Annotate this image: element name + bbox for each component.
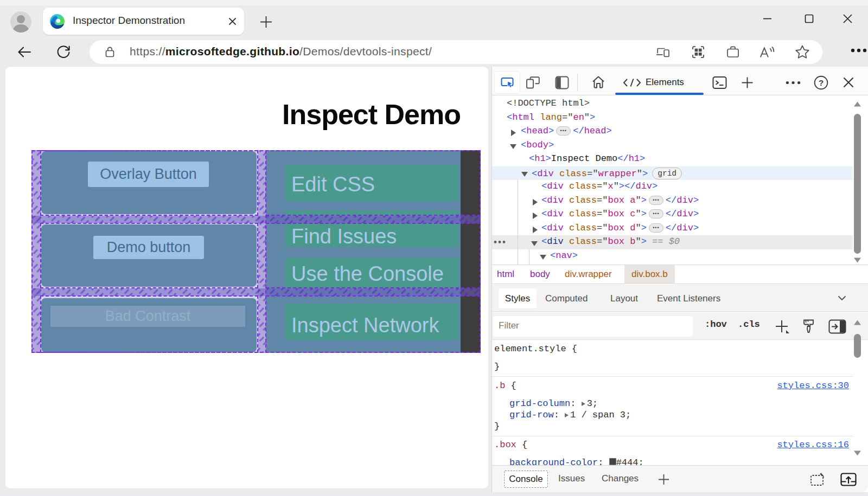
svg-text:?: ? [819, 78, 824, 87]
